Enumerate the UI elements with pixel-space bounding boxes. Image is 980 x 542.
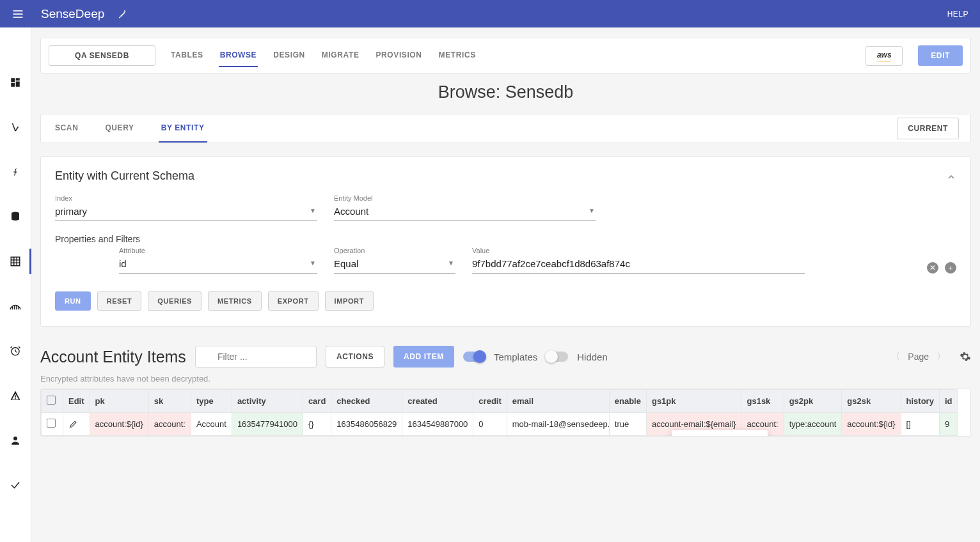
col-history[interactable]: history	[901, 390, 939, 413]
wand-icon[interactable]	[117, 9, 127, 19]
items-header: Account Entity Items ACTIONS ADD ITEM Te…	[40, 346, 971, 368]
main-toolbar: QA SENSEDB TABLES BROWSE DESIGN MIGRATE …	[40, 38, 971, 74]
cell-credit: 0	[473, 413, 507, 436]
export-button[interactable]: EXPORT	[268, 291, 319, 311]
tab-tables[interactable]: TABLES	[170, 44, 205, 67]
results-table-wrap: Edit pk sk type activity card checked cr…	[40, 389, 971, 437]
tab-design[interactable]: DESIGN	[272, 44, 306, 67]
attribute-label: Attribute	[119, 247, 317, 254]
hidden-label: Hidden	[577, 352, 608, 362]
entity-panel: Entity with Current Schema Index primary…	[40, 156, 971, 327]
current-button[interactable]: CURRENT	[897, 118, 959, 139]
aws-button[interactable]: aws	[865, 46, 903, 66]
cell-created: 1634549887000	[402, 413, 473, 436]
top-bar: SenseDeep HELP	[0, 0, 980, 27]
subtab-scan[interactable]: SCAN	[52, 114, 81, 143]
edit-button[interactable]: EDIT	[918, 45, 963, 66]
results-table: Edit pk sk type activity card checked cr…	[41, 389, 958, 436]
ctx-copy[interactable]: Copy	[672, 434, 768, 437]
entity-panel-title: Entity with Current Schema	[55, 169, 956, 183]
col-checked[interactable]: checked	[331, 390, 402, 413]
subtab-query[interactable]: QUERY	[102, 114, 136, 143]
collapse-panel-icon[interactable]	[946, 172, 956, 182]
nav-bridge-icon[interactable]	[0, 296, 31, 316]
subtab-by-entity[interactable]: BY ENTITY	[159, 114, 207, 143]
cell-gs2pk: type:account	[784, 413, 842, 436]
svg-line-22	[11, 346, 12, 348]
left-nav-rail	[0, 27, 31, 462]
edit-row-icon[interactable]	[68, 419, 84, 429]
col-gs2pk[interactable]: gs2pk	[784, 390, 842, 413]
col-credit[interactable]: credit	[473, 390, 507, 413]
database-selector[interactable]: QA SENSEDB	[49, 45, 155, 66]
svg-rect-24	[15, 395, 16, 398]
reset-button[interactable]: RESET	[97, 291, 142, 311]
value-input[interactable]	[472, 256, 805, 274]
operation-select[interactable]: Equal▼	[334, 256, 455, 274]
select-all-checkbox[interactable]	[47, 396, 56, 405]
add-item-button[interactable]: ADD ITEM	[393, 346, 454, 368]
index-select[interactable]: primary▼	[55, 203, 317, 221]
hamburger-icon[interactable]	[12, 8, 24, 20]
row-checkbox[interactable]	[47, 419, 56, 428]
remove-filter-icon[interactable]: ✕	[927, 262, 938, 274]
col-gs2sk[interactable]: gs2sk	[842, 390, 901, 413]
tab-browse[interactable]: BROWSE	[219, 44, 258, 67]
svg-rect-3	[11, 78, 15, 82]
col-enable[interactable]: enable	[609, 390, 646, 413]
col-activity[interactable]: activity	[232, 390, 303, 413]
actions-button[interactable]: ACTIONS	[326, 346, 384, 368]
metrics-button[interactable]: METRICS	[208, 291, 262, 311]
col-card[interactable]: card	[303, 390, 331, 413]
col-edit[interactable]: Edit	[63, 390, 90, 413]
nav-database-icon[interactable]	[0, 206, 31, 227]
cell-sk: account:	[148, 413, 191, 436]
col-id[interactable]: id	[939, 390, 958, 413]
tab-migrate[interactable]: MIGRATE	[320, 44, 361, 67]
cell-pk: account:${id}	[90, 413, 148, 436]
prev-page-icon[interactable]: 〈	[891, 351, 900, 362]
svg-rect-5	[16, 82, 20, 87]
col-pk[interactable]: pk	[90, 390, 148, 413]
tab-provision[interactable]: PROVISION	[374, 44, 423, 67]
aws-label: aws	[877, 50, 892, 59]
cell-history: []	[901, 413, 939, 436]
col-gs1pk[interactable]: gs1pk	[646, 390, 741, 413]
col-sk[interactable]: sk	[148, 390, 191, 413]
svg-rect-25	[15, 398, 16, 399]
properties-filters-label: Properties and Filters	[55, 234, 956, 244]
table-row[interactable]: account:${id} account: Account 163547794…	[42, 413, 958, 436]
cell-activity: 1635477941000	[232, 413, 303, 436]
nav-grid-icon[interactable]	[0, 251, 31, 272]
add-filter-icon[interactable]: ＋	[945, 262, 956, 274]
nav-dashboard-icon[interactable]	[0, 72, 31, 93]
entity-model-select[interactable]: Account▼	[334, 203, 596, 221]
queries-button[interactable]: QUERIES	[148, 291, 202, 311]
nav-user-icon[interactable]	[0, 430, 31, 451]
col-created[interactable]: created	[402, 390, 473, 413]
cell-enable: true	[609, 413, 646, 436]
svg-line-21	[15, 352, 17, 353]
col-type[interactable]: type	[191, 390, 232, 413]
import-button[interactable]: IMPORT	[325, 291, 374, 311]
filter-input[interactable]	[195, 346, 317, 368]
page-title: Browse: Sensedb	[40, 82, 971, 102]
settings-icon[interactable]	[960, 351, 971, 362]
col-email[interactable]: email	[507, 390, 609, 413]
svg-point-26	[13, 437, 17, 440]
nav-function-icon[interactable]	[0, 162, 31, 182]
hidden-toggle[interactable]	[546, 352, 568, 362]
nav-lambda-icon[interactable]	[0, 117, 31, 137]
col-gs1sk[interactable]: gs1sk	[741, 390, 784, 413]
caret-down-icon: ▼	[310, 259, 316, 267]
index-label: Index	[55, 194, 317, 202]
help-link[interactable]: HELP	[947, 10, 968, 19]
run-button[interactable]: RUN	[55, 291, 91, 311]
next-page-icon[interactable]: 〉	[937, 351, 945, 362]
nav-alarm-icon[interactable]	[0, 341, 31, 361]
tab-metrics[interactable]: METRICS	[438, 44, 477, 67]
operation-label: Operation	[334, 247, 455, 254]
nav-alert-icon[interactable]	[0, 385, 31, 406]
attribute-select[interactable]: id▼	[119, 256, 317, 274]
templates-toggle[interactable]	[463, 352, 485, 362]
